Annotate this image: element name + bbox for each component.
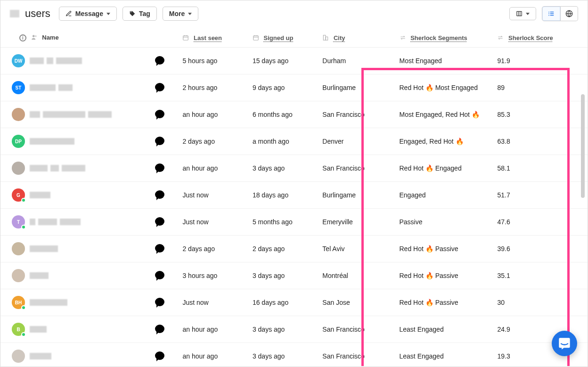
table-row[interactable]: BHJust now16 days agoSan JoseRed Hot 🔥 P… <box>0 289 588 316</box>
chat-icon[interactable] <box>155 110 164 118</box>
scrollbar[interactable] <box>581 94 585 198</box>
column-label: City <box>334 34 345 41</box>
table-row[interactable]: ST2 hours ago9 days agoBurlingameRed Hot… <box>0 74 588 101</box>
tag-button[interactable]: Tag <box>122 7 157 21</box>
redacted-name <box>30 326 146 333</box>
last-seen-cell: Just now <box>178 182 247 209</box>
column-header-city[interactable]: City <box>318 28 385 48</box>
table-row[interactable]: an hour ago3 days agoSan FranciscoLeast … <box>0 343 588 367</box>
column-label: Signed up <box>264 34 294 41</box>
segments-cell: Engaged <box>385 182 493 209</box>
city-cell: Burlingame <box>318 182 385 209</box>
chat-icon[interactable] <box>155 190 164 199</box>
redacted-name <box>30 191 146 199</box>
avatar <box>12 162 25 175</box>
last-seen-cell: 2 hours ago <box>178 74 247 101</box>
last-seen-cell: an hour ago <box>178 316 247 343</box>
intercom-icon <box>558 337 571 350</box>
table-row[interactable]: an hour ago3 days agoSan FranciscoRed Ho… <box>0 155 588 182</box>
segments-cell: Red Hot 🔥 Passive <box>385 262 493 289</box>
message-button-label: Message <box>75 10 103 17</box>
column-header-segments[interactable]: Sherlock Segments <box>385 28 493 48</box>
last-seen-cell: an hour ago <box>178 343 247 367</box>
view-toggle <box>542 6 578 21</box>
chat-icon[interactable] <box>155 163 164 172</box>
last-seen-cell: 2 days ago <box>178 236 247 262</box>
svg-point-8 <box>548 15 549 16</box>
chat-icon[interactable] <box>155 325 164 333</box>
signed-up-cell: 16 days ago <box>248 289 318 316</box>
avatar: T <box>12 215 25 228</box>
table-row[interactable]: Ban hour ago3 days agoSan FranciscoLeast… <box>0 316 588 343</box>
table-row[interactable]: DW5 hours ago15 days agoDurhamMost Engag… <box>0 48 588 74</box>
list-view-button[interactable] <box>542 6 561 21</box>
segments-cell: Least Engaged <box>385 343 493 367</box>
redacted-count <box>10 10 19 17</box>
segments-cell: Passive <box>385 209 493 236</box>
presence-indicator <box>21 198 26 203</box>
table-row[interactable]: GJust now18 days agoBurlingameEngaged51.… <box>0 182 588 209</box>
city-cell: Montréal <box>318 262 385 289</box>
avatar <box>12 269 25 282</box>
chat-icon[interactable] <box>155 137 164 145</box>
score-cell: 51.7 <box>492 182 577 209</box>
column-header-last-seen[interactable]: Last seen <box>178 28 247 48</box>
avatar <box>12 108 25 121</box>
svg-point-12 <box>35 35 37 37</box>
presence-indicator <box>21 305 26 310</box>
table-row[interactable]: TJust now5 months agoEmeryvillePassive47… <box>0 209 588 236</box>
more-button[interactable]: More <box>163 7 198 21</box>
segments-cell: Red Hot 🔥 Most Engaged <box>385 74 493 101</box>
score-cell: 35.1 <box>492 262 577 289</box>
chat-icon[interactable] <box>155 351 164 360</box>
score-cell: 30 <box>492 289 577 316</box>
signed-up-cell: 18 days ago <box>248 182 318 209</box>
redacted-name <box>30 245 146 253</box>
signed-up-cell: 3 days ago <box>248 343 318 367</box>
columns-button[interactable] <box>509 7 536 20</box>
svg-rect-21 <box>324 35 326 40</box>
city-cell: San Francisco <box>318 343 385 367</box>
column-label: Name <box>42 34 58 41</box>
table-row[interactable]: an hour ago6 months agoSan FranciscoMost… <box>0 101 588 128</box>
chat-icon[interactable] <box>155 244 164 253</box>
avatar <box>12 242 25 255</box>
info-icon: i <box>19 34 26 41</box>
segments-cell: Red Hot 🔥 Passive <box>385 289 493 316</box>
city-cell: San Francisco <box>318 316 385 343</box>
city-cell: San Francisco <box>318 101 385 128</box>
table-wrap: i Name Last seen Signed up <box>0 28 588 366</box>
city-cell: Emeryville <box>318 209 385 236</box>
chat-icon[interactable] <box>155 83 164 91</box>
redacted-name <box>30 164 146 172</box>
table-row[interactable]: 2 days ago2 days agoTel AvivRed Hot 🔥 Pa… <box>0 236 588 262</box>
segments-cell: Most Engaged, Red Hot 🔥 <box>385 101 493 128</box>
column-label: Last seen <box>194 34 222 41</box>
chat-icon[interactable] <box>155 217 164 226</box>
signed-up-cell: 9 days ago <box>248 74 318 101</box>
column-header-score[interactable]: Sherlock Score <box>492 28 577 48</box>
column-header-signed-up[interactable]: Signed up <box>248 28 318 48</box>
score-cell: 89 <box>492 74 577 101</box>
signed-up-cell: a month ago <box>248 128 318 155</box>
column-label: Sherlock Score <box>508 34 553 41</box>
column-header-name[interactable]: i Name <box>0 28 150 48</box>
more-button-label: More <box>169 10 185 17</box>
chat-icon[interactable] <box>155 271 164 279</box>
message-button[interactable]: Message <box>59 7 117 21</box>
svg-rect-17 <box>253 35 259 40</box>
compose-icon <box>65 10 72 17</box>
last-seen-cell: 2 days ago <box>178 128 247 155</box>
chat-icon[interactable] <box>155 56 164 65</box>
signed-up-cell: 3 days ago <box>248 316 318 343</box>
chat-icon[interactable] <box>155 298 164 306</box>
table-row[interactable]: 3 hours ago3 days agoMontréalRed Hot 🔥 P… <box>0 262 588 289</box>
redacted-name <box>30 218 146 226</box>
table-row[interactable]: DP2 days agoa month agoDenverEngaged, Re… <box>0 128 588 155</box>
chat-launcher[interactable] <box>552 331 577 356</box>
map-view-button[interactable] <box>561 6 578 21</box>
last-seen-cell: 5 hours ago <box>178 48 247 74</box>
last-seen-cell: an hour ago <box>178 101 247 128</box>
svg-rect-13 <box>183 35 188 40</box>
svg-point-6 <box>548 12 549 13</box>
